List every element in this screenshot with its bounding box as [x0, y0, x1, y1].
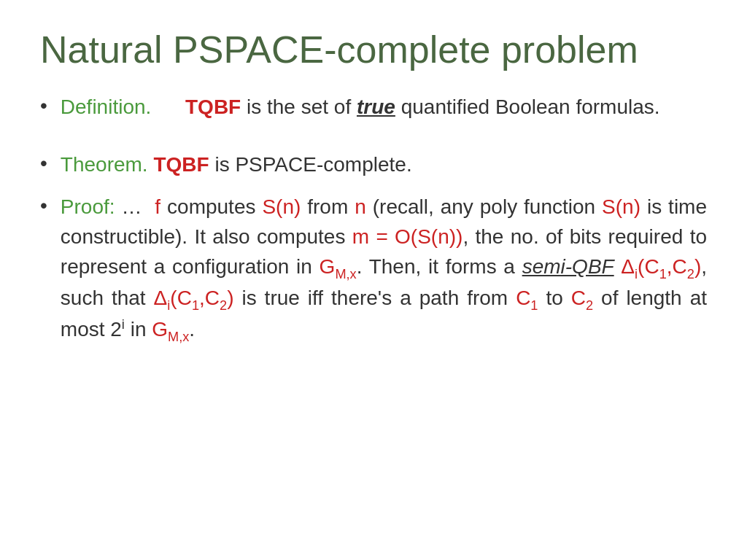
gmx-2: GM,x	[152, 318, 189, 341]
definition-label: Definition.	[61, 96, 152, 118]
c1-var: C1	[516, 287, 538, 309]
bullet-dot-3: •	[40, 194, 47, 217]
definition-body: is the set of true quantified Boolean fo…	[247, 96, 660, 118]
definition-text: Definition. TQBF is the set of true quan…	[61, 93, 660, 122]
bullet-proof: • Proof: … f computes S(n) from n (recal…	[40, 192, 707, 346]
tqbf-1: TQBF	[185, 96, 241, 118]
semi-qbf-label: semi-QBF	[522, 255, 614, 278]
sn-1: S(n)	[262, 195, 301, 218]
n-var: n	[355, 195, 366, 218]
f-var: f	[155, 195, 160, 218]
proof-label: Proof:	[61, 195, 115, 218]
theorem-body: is PSPACE-complete.	[214, 153, 411, 176]
bullet-dot-1: •	[40, 94, 47, 117]
sn-2: S(n)	[602, 195, 640, 218]
spacer-1	[40, 136, 707, 150]
bullet-dot-2: •	[40, 152, 47, 175]
content-area: • Definition. TQBF is the set of true qu…	[40, 93, 707, 346]
bullet-theorem: • Theorem. TQBF is PSPACE-complete.	[40, 150, 707, 180]
gmx-1: GM,x	[320, 255, 357, 278]
tqbf-2: TQBF	[153, 153, 209, 176]
slide: Natural PSPACE-complete problem • Defini…	[0, 0, 747, 560]
bullet-definition: • Definition. TQBF is the set of true qu…	[40, 93, 707, 122]
m-equation: m = O(S(n))	[352, 225, 463, 248]
c2-var: C2	[571, 287, 593, 309]
delta-i-1: Δi(C1,C2)	[621, 255, 701, 278]
theorem-label: Theorem.	[61, 153, 148, 176]
proof-text: Proof: … f computes S(n) from n (recall,…	[61, 192, 707, 346]
theorem-text: Theorem. TQBF is PSPACE-complete.	[61, 150, 412, 180]
proof-body: … f computes S(n) from n (recall, any po…	[61, 195, 707, 340]
slide-title: Natural PSPACE-complete problem	[40, 29, 707, 71]
delta-i-2: Δi(C1,C2)	[154, 287, 234, 309]
